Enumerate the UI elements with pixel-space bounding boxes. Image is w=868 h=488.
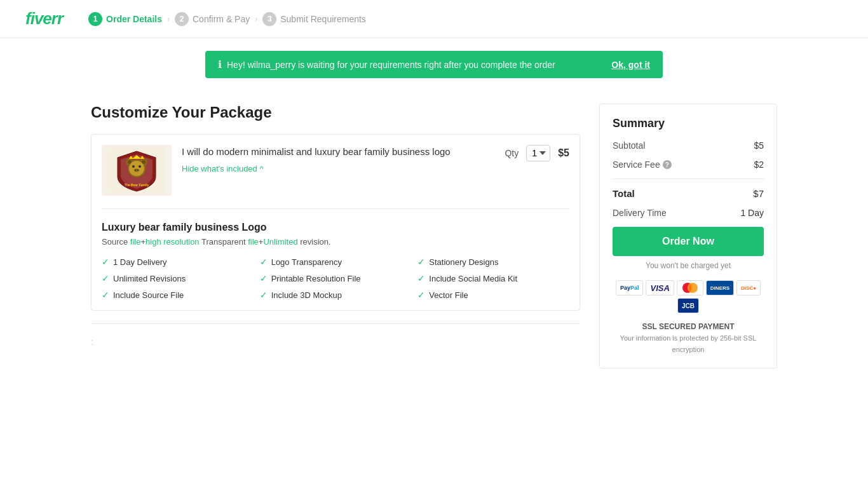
package-image: The Bear Family	[102, 145, 172, 196]
desc-link-hires[interactable]: high resolution	[146, 237, 200, 247]
svg-point-10	[135, 170, 136, 171]
banner-message: Hey! wilma_perry is waiting for your req…	[227, 60, 606, 70]
feature-label: Include Social Media Kit	[429, 274, 517, 283]
step-2-label: Confirm & Pay	[193, 14, 250, 24]
ssl-desc: Your information is protected by 256-bit…	[620, 334, 757, 353]
feature-label: Unlimited Revisions	[113, 274, 186, 283]
service-fee-row: Service Fee ? $2	[613, 159, 764, 170]
discover-icon: DISC●	[736, 280, 761, 295]
desc-link-unlimited[interactable]: Unlimited	[263, 237, 297, 247]
subtotal-label: Subtotal	[613, 140, 645, 151]
check-icon: ✓	[102, 257, 109, 267]
feature-label: Printable Resolution File	[271, 274, 361, 283]
step-3: 3 Submit Requirements	[262, 12, 366, 26]
feature-item: ✓Logo Transparency	[260, 257, 412, 267]
check-icon: ✓	[260, 273, 268, 283]
check-icon: ✓	[417, 290, 425, 300]
step-1-label: Order Details	[106, 14, 162, 24]
check-icon: ✓	[417, 257, 425, 267]
svg-point-14	[688, 283, 698, 293]
feature-item: ✓Include Source File	[102, 290, 254, 300]
payment-icons: PayPal VISA DINERS DISC● JCB	[613, 280, 764, 313]
check-icon: ✓	[102, 290, 109, 300]
not-charged-text: You won't be charged yet	[613, 261, 764, 270]
feature-item: ✓Include Social Media Kit	[417, 273, 569, 283]
package-description: Source file+high resolution Transparent …	[102, 237, 569, 247]
svg-point-6	[129, 161, 144, 176]
feature-label: 1 Day Delivery	[113, 257, 167, 267]
ssl-text: SSL SECURED PAYMENT Your information is …	[613, 321, 764, 355]
hide-included-link[interactable]: Hide what's included ^	[182, 164, 264, 173]
delivery-row: Delivery Time 1 Day	[613, 208, 764, 218]
delivery-value: 1 Day	[740, 208, 764, 218]
placeholder-dot: :	[91, 337, 93, 347]
fiverr-logo[interactable]: fiverr	[25, 9, 63, 29]
package-info: I will do modern minimalist and luxury b…	[182, 145, 494, 173]
jcb-icon: JCB	[677, 298, 699, 313]
breadcrumb: 1 Order Details › 2 Confirm & Pay › 3 Su…	[88, 12, 366, 26]
sidebar: Summary Subtotal $5 Service Fee ? $2 Tot…	[599, 104, 777, 369]
step-arrow-2: ›	[255, 15, 257, 24]
feature-item: ✓Include 3D Mockup	[260, 290, 412, 300]
feature-item: ✓1 Day Delivery	[102, 257, 254, 267]
package-thumbnail: The Bear Family	[108, 148, 165, 193]
step-2-circle: 2	[175, 12, 189, 26]
feature-label: Include 3D Mockup	[271, 290, 342, 300]
step-1-circle: 1	[88, 12, 102, 26]
main-container: Customize Your Package	[65, 91, 803, 381]
feature-item: ✓Vector File	[417, 290, 569, 300]
check-icon: ✓	[260, 290, 268, 300]
notification-banner: ℹ Hey! wilma_perry is waiting for your r…	[205, 51, 663, 78]
banner-ok-link[interactable]: Ok, got it	[611, 60, 650, 70]
step-arrow-1: ›	[167, 15, 170, 24]
total-value: $7	[753, 188, 764, 199]
step-2: 2 Confirm & Pay	[175, 12, 250, 26]
desc-link-file2[interactable]: file	[248, 237, 259, 247]
service-fee-label: Service Fee ?	[613, 159, 672, 170]
page-header: fiverr 1 Order Details › 2 Confirm & Pay…	[0, 0, 868, 38]
qty-select[interactable]: 1 2 3	[526, 145, 550, 161]
package-title: I will do modern minimalist and luxury b…	[182, 145, 494, 158]
features-grid: ✓1 Day Delivery✓Logo Transparency✓Statio…	[102, 257, 569, 300]
info-icon: ℹ	[218, 58, 222, 71]
feature-label: Vector File	[429, 290, 468, 300]
step-3-circle: 3	[262, 12, 276, 26]
qty-label: Qty	[505, 148, 519, 158]
service-fee-value: $2	[754, 159, 764, 170]
ssl-title: SSL SECURED PAYMENT	[613, 321, 764, 333]
feature-item: ✓Stationery Designs	[417, 257, 569, 267]
summary-box: Summary Subtotal $5 Service Fee ? $2 Tot…	[599, 104, 777, 369]
package-name: Luxury bear family business Logo	[102, 222, 569, 233]
check-icon: ✓	[417, 273, 425, 283]
feature-label: Logo Transparency	[271, 257, 342, 267]
subtotal-value: $5	[754, 140, 764, 151]
svg-text:The Bear Family: The Bear Family	[125, 183, 149, 187]
visa-icon: VISA	[646, 280, 674, 295]
feature-label: Stationery Designs	[429, 257, 498, 267]
package-meta: Qty 1 2 3 $5	[505, 145, 569, 161]
content-area: Customize Your Package	[91, 104, 580, 369]
package-price: $5	[558, 147, 569, 159]
order-now-button[interactable]: Order Now	[613, 227, 764, 256]
package-top-row: The Bear Family I will do modern minimal…	[102, 145, 569, 196]
service-fee-info-icon[interactable]: ?	[663, 160, 672, 169]
total-label: Total	[613, 188, 635, 199]
svg-point-8	[139, 165, 141, 168]
check-icon: ✓	[102, 273, 109, 283]
svg-point-7	[132, 165, 135, 168]
check-icon: ✓	[260, 257, 268, 267]
desc-link-file1[interactable]: file	[130, 237, 141, 247]
feature-item: ✓Unlimited Revisions	[102, 273, 254, 283]
total-row: Total $7	[613, 179, 764, 199]
delivery-label: Delivery Time	[613, 208, 667, 218]
feature-label: Include Source File	[113, 290, 184, 300]
paypal-icon: PayPal	[616, 280, 644, 295]
svg-point-11	[137, 170, 139, 171]
summary-title: Summary	[613, 117, 764, 130]
package-card: The Bear Family I will do modern minimal…	[91, 134, 580, 311]
feature-item: ✓Printable Resolution File	[260, 273, 412, 283]
step-1: 1 Order Details	[88, 12, 162, 26]
mastercard-icon	[677, 280, 703, 295]
diners-icon: DINERS	[706, 280, 734, 295]
page-title: Customize Your Package	[91, 104, 580, 121]
